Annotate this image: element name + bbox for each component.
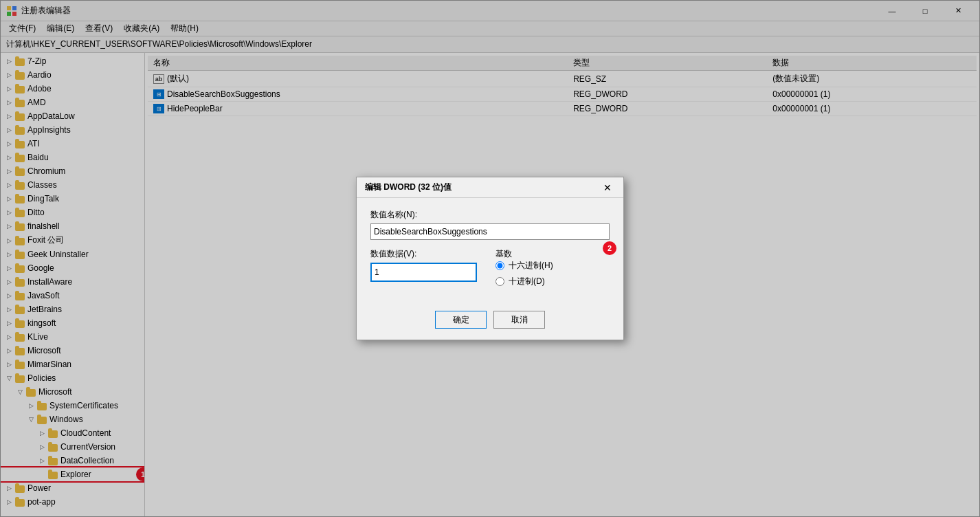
- dialog-body: 数值名称(N): 数值数据(V): 2 基数 十六进制(H): [357, 198, 623, 302]
- radio-dec[interactable]: [495, 277, 504, 286]
- radio-dec-row: 十进制(D): [495, 276, 610, 287]
- value-input[interactable]: [370, 263, 477, 282]
- base-label: 基数: [495, 249, 512, 258]
- cancel-button[interactable]: 取消: [493, 311, 545, 329]
- radio-dec-label: 十进制(D): [509, 276, 545, 287]
- radio-hex-row: 十六进制(H): [495, 260, 610, 272]
- ok-button[interactable]: 确定: [435, 311, 487, 329]
- name-label: 数值名称(N):: [370, 209, 610, 221]
- modal-overlay: 编辑 DWORD (32 位)值 ✕ 数值名称(N): 数值数据(V): 2 基…: [0, 0, 980, 517]
- base-col: 2 基数 十六进制(H) 十进制(D): [495, 248, 610, 292]
- dialog-titlebar: 编辑 DWORD (32 位)值 ✕: [357, 177, 623, 198]
- dialog-footer: 确定 取消: [357, 302, 623, 340]
- value-col: 数值数据(V):: [370, 248, 485, 292]
- edit-dword-dialog: 编辑 DWORD (32 位)值 ✕ 数值名称(N): 数值数据(V): 2 基…: [356, 177, 624, 340]
- value-label: 数值数据(V):: [370, 248, 485, 260]
- badge-2: 2: [603, 241, 616, 255]
- radio-hex[interactable]: [495, 261, 504, 270]
- dialog-title: 编辑 DWORD (32 位)值: [365, 182, 600, 193]
- radio-hex-label: 十六进制(H): [509, 260, 553, 272]
- form-row: 数值数据(V): 2 基数 十六进制(H) 十进制(D): [370, 248, 610, 292]
- dialog-close-button[interactable]: ✕: [600, 180, 615, 195]
- name-input[interactable]: [370, 223, 610, 240]
